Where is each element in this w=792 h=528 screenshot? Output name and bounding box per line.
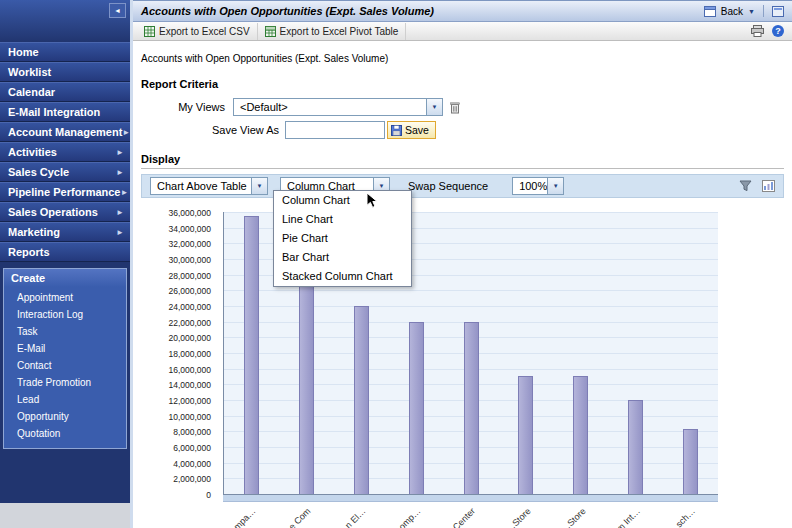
x-axis-category-label: …Center <box>445 506 478 528</box>
save-view-button[interactable]: Save <box>387 121 436 139</box>
sidebar-item-marketing[interactable]: Marketing► <box>0 222 130 242</box>
create-links: AppointmentInteraction LogTaskE-MailCont… <box>4 287 126 448</box>
excel-icon <box>144 26 155 37</box>
chart-layout-dropdown-arrow-icon[interactable]: ▼ <box>251 178 267 194</box>
y-axis-tick-label: 22,000,000 <box>168 318 211 328</box>
y-axis-tick-label: 26,000,000 <box>168 286 211 296</box>
window-menu-icon[interactable] <box>772 6 784 17</box>
back-button[interactable]: Back <box>721 6 743 17</box>
chart-bar[interactable] <box>518 376 533 494</box>
y-axis-tick-label: 10,000,000 <box>168 412 211 422</box>
page-title: Accounts with Open Opportunities (Expt. … <box>141 5 434 17</box>
y-axis-tick-label: 18,000,000 <box>168 349 211 359</box>
export-csv-label: Export to Excel CSV <box>159 26 250 37</box>
sidebar-collapse-button[interactable]: ◄ <box>109 3 126 18</box>
sidebar-item-activities[interactable]: Activities► <box>0 142 130 162</box>
chart-type-menu: Column ChartLine ChartPie ChartBar Chart… <box>273 190 412 287</box>
sidebar-item-reports[interactable]: Reports <box>0 242 130 262</box>
x-axis-category-label: …Store <box>504 506 533 528</box>
sidebar-item-account-management[interactable]: Account Management► <box>0 122 130 142</box>
chart-type-option-bar-chart[interactable]: Bar Chart <box>274 248 411 267</box>
y-axis-tick-label: 14,000,000 <box>168 380 211 390</box>
export-pivot-label: Export to Excel Pivot Table <box>280 26 399 37</box>
create-link-e-mail[interactable]: E-Mail <box>4 340 126 357</box>
back-dropdown-arrow-icon[interactable]: ▼ <box>748 8 755 15</box>
chart-baseline-strip <box>223 495 718 502</box>
submenu-arrow-icon: ► <box>116 168 124 177</box>
y-axis-tick-label: 24,000,000 <box>168 302 211 312</box>
create-link-contact[interactable]: Contact <box>4 357 126 374</box>
sidebar-header: ◄ <box>0 0 130 42</box>
save-view-input[interactable] <box>285 121 385 139</box>
navigation-sidebar: ◄ HomeWorklistCalendarE-Mail Integration… <box>0 0 130 528</box>
save-view-row: Save View As Save <box>141 121 784 139</box>
x-axis-category-label: …Store <box>559 506 588 528</box>
print-icon[interactable] <box>751 25 764 37</box>
back-window-icon[interactable] <box>704 6 716 17</box>
create-link-task[interactable]: Task <box>4 323 126 340</box>
y-axis-labels: 36,000,00034,000,00032,000,00030,000,000… <box>141 212 215 494</box>
create-panel-title: Create <box>4 269 126 287</box>
my-views-select[interactable]: <Default> ▼ <box>233 98 443 116</box>
y-axis-tick-label: 12,000,000 <box>168 396 211 406</box>
y-axis-tick-label: 34,000,000 <box>168 224 211 234</box>
sidebar-item-sales-cycle[interactable]: Sales Cycle► <box>0 162 130 182</box>
create-link-lead[interactable]: Lead <box>4 391 126 408</box>
sidebar-item-pipeline-performance[interactable]: Pipeline Performance► <box>0 182 130 202</box>
create-link-opportunity[interactable]: Opportunity <box>4 408 126 425</box>
sidebar-item-home[interactable]: Home <box>0 42 130 62</box>
delete-view-icon[interactable] <box>449 101 461 114</box>
export-csv-button[interactable]: Export to Excel CSV <box>137 23 258 40</box>
chart-type-option-stacked-column-chart[interactable]: Stacked Column Chart <box>274 267 411 286</box>
chart-bar[interactable] <box>628 400 643 494</box>
export-pivot-button[interactable]: Export to Excel Pivot Table <box>258 23 407 40</box>
chart-bar[interactable] <box>244 216 259 494</box>
my-views-label: My Views <box>141 101 225 113</box>
chart-bar[interactable] <box>464 322 479 494</box>
chart-bar[interactable] <box>299 259 314 494</box>
y-axis-tick-label: 32,000,000 <box>168 239 211 249</box>
sidebar-item-worklist[interactable]: Worklist <box>0 62 130 82</box>
chart-type-option-line-chart[interactable]: Line Chart <box>274 210 411 229</box>
chart-bar[interactable] <box>683 429 698 494</box>
submenu-arrow-icon: ► <box>121 188 129 197</box>
create-link-interaction-log[interactable]: Interaction Log <box>4 306 126 323</box>
x-axis-category-label: …m Int… <box>609 506 643 528</box>
help-icon[interactable]: ? <box>772 25 784 37</box>
sidebar-footer <box>0 503 130 528</box>
submenu-arrow-icon: ► <box>116 148 124 157</box>
main-area: Accounts with Open Opportunities (Expt. … <box>130 0 792 528</box>
create-link-quotation[interactable]: Quotation <box>4 425 126 442</box>
chart-bar[interactable] <box>409 322 424 494</box>
sidebar-item-calendar[interactable]: Calendar <box>0 82 130 102</box>
sidebar-item-label: Home <box>8 46 39 58</box>
sidebar-item-e-mail-integration[interactable]: E-Mail Integration <box>0 102 130 122</box>
chart-type-option-column-chart[interactable]: Column Chart <box>274 191 411 210</box>
chart-layout-select[interactable]: Chart Above Table ▼ <box>150 177 268 195</box>
zoom-value: 100% <box>513 178 547 194</box>
sidebar-item-label: Activities <box>8 146 57 158</box>
my-views-dropdown-arrow-icon[interactable]: ▼ <box>426 99 442 115</box>
create-link-appointment[interactable]: Appointment <box>4 289 126 306</box>
create-link-trade-promotion[interactable]: Trade Promotion <box>4 374 126 391</box>
sidebar-item-label: Calendar <box>8 86 55 98</box>
export-toolbar: Export to Excel CSV Export to Excel Pivo… <box>133 22 792 41</box>
y-axis-tick-label: 8,000,000 <box>173 427 211 437</box>
zoom-select[interactable]: 100% ▼ <box>512 177 564 195</box>
chart-bar[interactable] <box>573 376 588 494</box>
report-content: Accounts with Open Opportunities (Expt. … <box>133 41 792 528</box>
y-axis-tick-label: 6,000,000 <box>173 443 211 453</box>
chart-type-option-pie-chart[interactable]: Pie Chart <box>274 229 411 248</box>
chart-toolbar: Chart Above Table ▼ Column Chart ▼ Swap … <box>141 174 784 198</box>
swap-sequence-button[interactable]: Swap Sequence <box>408 180 488 192</box>
sidebar-item-label: Reports <box>8 246 50 258</box>
chart-settings-icon[interactable] <box>762 180 775 192</box>
save-view-label: Save View As <box>141 124 279 136</box>
titlebar-controls: Back ▼ <box>704 5 784 17</box>
sidebar-item-sales-operations[interactable]: Sales Operations► <box>0 202 130 222</box>
zoom-dropdown-arrow-icon[interactable]: ▼ <box>547 178 563 194</box>
filter-icon[interactable] <box>739 180 752 192</box>
sidebar-nav: HomeWorklistCalendarE-Mail IntegrationAc… <box>0 42 130 262</box>
chart-bar[interactable] <box>354 306 369 494</box>
sidebar-item-label: Sales Cycle <box>8 166 69 178</box>
